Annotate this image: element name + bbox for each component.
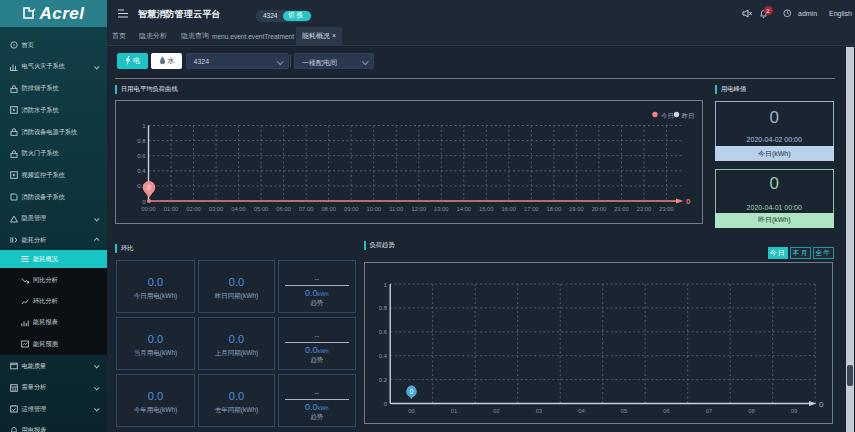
svg-text:07: 07 xyxy=(705,408,711,414)
svg-text:0: 0 xyxy=(142,198,146,204)
svg-text:0: 0 xyxy=(383,401,387,407)
svg-text:0: 0 xyxy=(819,400,824,409)
svg-text:01: 01 xyxy=(450,408,456,414)
svg-text:08:00: 08:00 xyxy=(321,205,336,211)
svg-text:昨日: 昨日 xyxy=(681,111,694,118)
svg-text:0.2: 0.2 xyxy=(378,377,387,383)
svg-text:16:00: 16:00 xyxy=(501,205,516,211)
svg-text:22:00: 22:00 xyxy=(636,205,651,211)
svg-text:06:00: 06:00 xyxy=(276,205,291,211)
svg-text:05:00: 05:00 xyxy=(253,205,268,211)
svg-text:04:00: 04:00 xyxy=(231,205,246,211)
svg-text:09: 09 xyxy=(790,408,796,414)
svg-text:00: 00 xyxy=(408,408,414,414)
svg-text:09:00: 09:00 xyxy=(343,205,358,211)
svg-text:06: 06 xyxy=(663,408,669,414)
svg-text:00:00: 00:00 xyxy=(141,205,156,211)
svg-text:0.6: 0.6 xyxy=(378,329,387,335)
svg-text:03: 03 xyxy=(535,408,541,414)
svg-text:0: 0 xyxy=(686,197,691,206)
svg-text:04: 04 xyxy=(578,408,585,414)
svg-text:02:00: 02:00 xyxy=(186,205,201,211)
svg-text:05: 05 xyxy=(620,408,626,414)
svg-text:15:00: 15:00 xyxy=(479,205,494,211)
svg-text:01:00: 01:00 xyxy=(163,205,178,211)
svg-text:0.8: 0.8 xyxy=(378,305,387,311)
svg-text:08: 08 xyxy=(748,408,754,414)
svg-text:20:00: 20:00 xyxy=(591,205,606,211)
svg-text:0.6: 0.6 xyxy=(137,153,146,159)
svg-text:10:00: 10:00 xyxy=(366,205,381,211)
svg-text:13:00: 13:00 xyxy=(434,205,449,211)
svg-text:19:00: 19:00 xyxy=(569,205,584,211)
svg-text:11:00: 11:00 xyxy=(389,205,403,211)
svg-text:12:00: 12:00 xyxy=(411,205,426,211)
svg-text:1: 1 xyxy=(383,282,387,288)
svg-text:23:00: 23:00 xyxy=(659,205,674,211)
svg-text:0: 0 xyxy=(409,388,413,395)
svg-text:02: 02 xyxy=(493,408,499,414)
svg-text:0: 0 xyxy=(147,184,151,191)
svg-text:0.4: 0.4 xyxy=(378,353,387,359)
svg-text:21:00: 21:00 xyxy=(614,205,629,211)
svg-text:17:00: 17:00 xyxy=(524,205,539,211)
svg-text:0.8: 0.8 xyxy=(137,138,146,144)
svg-text:今日: 今日 xyxy=(661,111,674,118)
svg-text:18:00: 18:00 xyxy=(546,205,561,211)
svg-text:14:00: 14:00 xyxy=(456,205,471,211)
svg-text:1: 1 xyxy=(142,123,146,129)
svg-text:0.4: 0.4 xyxy=(137,168,146,174)
svg-text:07:00: 07:00 xyxy=(298,205,313,211)
svg-text:03:00: 03:00 xyxy=(208,205,223,211)
